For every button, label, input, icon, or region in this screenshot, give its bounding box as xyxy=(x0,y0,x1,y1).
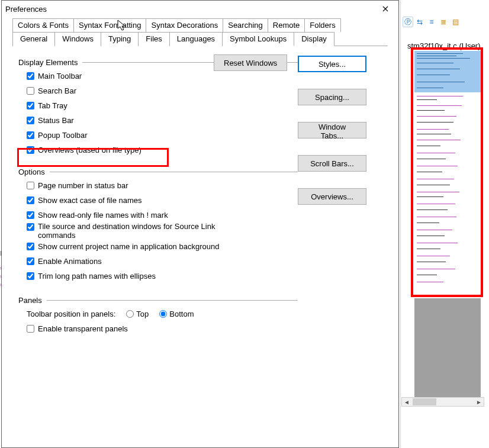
close-button[interactable] xyxy=(375,2,396,16)
tabs-container: Colors & Fonts Syntax Formatting Syntax … xyxy=(2,17,398,46)
tab-windows[interactable]: Windows xyxy=(54,32,101,46)
spacing-button[interactable]: Spacing... xyxy=(298,89,366,105)
tab-folders[interactable]: Folders xyxy=(304,18,340,32)
checkbox-status-bar[interactable]: Status Bar xyxy=(27,116,298,125)
tab-colors-fonts[interactable]: Colors & Fonts xyxy=(12,18,74,32)
minimap-viewport-highlight xyxy=(414,51,481,92)
tab-general[interactable]: General xyxy=(12,32,55,46)
toolbar-icon-strip: Ⓟ ⇆ ≡ ≣ ▤ xyxy=(403,17,461,27)
display-panel: Reset Windows Display Elements Main Tool… xyxy=(2,46,398,447)
tab-row-1: Colors & Fonts Syntax Formatting Syntax … xyxy=(12,18,388,32)
toolbar-position-label: Toolbar position in panels: xyxy=(27,310,115,318)
radio-top[interactable]: Top xyxy=(126,310,149,318)
window-tabs-button[interactable]: Window Tabs... xyxy=(298,122,366,138)
checkbox-popup-toolbar[interactable]: Popup Toolbar xyxy=(27,131,298,140)
tab-remote[interactable]: Remote xyxy=(268,18,305,32)
dialog-title: Preferences xyxy=(5,5,47,14)
checkbox-project-name-bg[interactable]: Show current project name in application… xyxy=(27,242,298,251)
reset-windows-button[interactable]: Reset Windows xyxy=(214,54,287,71)
tab-languages[interactable]: Languages xyxy=(169,32,223,46)
checkbox-tile-windows[interactable]: Tile source and destination windows for … xyxy=(27,222,298,240)
checkbox-trim-paths[interactable]: Trim long path names with ellipses xyxy=(27,272,298,281)
tab-row-2: General Windows Typing Files Languages S… xyxy=(12,32,388,46)
checkbox-exact-case[interactable]: Show exact case of file names xyxy=(27,196,298,205)
toolbar-position-row: Toolbar position in panels: Top Bottom xyxy=(27,310,298,318)
tab-display[interactable]: Display xyxy=(294,32,334,46)
right-button-column: Styles... Spacing... Window Tabs... Scro… xyxy=(298,54,387,339)
scroll-thumb[interactable] xyxy=(413,398,436,405)
tab-files[interactable]: Files xyxy=(138,32,169,46)
overview-minimap[interactable] xyxy=(414,51,481,402)
scroll-right-icon[interactable]: ► xyxy=(474,399,484,405)
tab-symbol-lookups[interactable]: Symbol Lookups xyxy=(222,32,294,46)
scroll-bars-button[interactable]: Scroll Bars... xyxy=(298,155,366,172)
options-header: Options xyxy=(18,167,298,176)
tab-syntax-decorations[interactable]: Syntax Decorations xyxy=(146,18,223,32)
scroll-left-icon[interactable]: ◄ xyxy=(402,399,411,405)
checkbox-readonly-mark[interactable]: Show read-only file names with ! mark xyxy=(27,211,298,220)
styles-button[interactable]: Styles... xyxy=(298,56,366,72)
preferences-dialog: Preferences Colors & Fonts Syntax Format… xyxy=(1,0,399,448)
indent-right-icon[interactable]: ≣ xyxy=(438,17,449,27)
checkbox-main-toolbar[interactable]: Main Toolbar xyxy=(27,72,298,80)
tab-searching[interactable]: Searching xyxy=(223,18,268,32)
close-icon xyxy=(382,6,388,12)
toggle-icon[interactable]: ▤ xyxy=(450,17,461,27)
checkbox-enable-animations[interactable]: Enable Animations xyxy=(27,257,298,266)
checkbox-tab-tray[interactable]: Tab Tray xyxy=(27,101,298,110)
overviews-button[interactable]: Overviews... xyxy=(298,188,366,205)
checkbox-page-number[interactable]: Page number in status bar xyxy=(27,181,298,190)
radio-bottom[interactable]: Bottom xyxy=(159,310,194,318)
tab-typing[interactable]: Typing xyxy=(101,32,139,46)
tab-syntax-formatting[interactable]: Syntax Formatting xyxy=(73,18,147,32)
checkbox-transparent-panels[interactable]: Enable transparent panels xyxy=(27,324,298,333)
editor-tab-label[interactable]: stm32f10x_it.c (User) xyxy=(407,41,481,50)
minimap-document xyxy=(414,51,481,298)
panels-header: Panels xyxy=(18,296,298,305)
indent-left-icon[interactable]: ≡ xyxy=(426,17,437,27)
title-bar: Preferences xyxy=(2,1,398,17)
checkbox-overviews[interactable]: Overviews (based on file type) xyxy=(27,146,298,154)
p-circle-icon[interactable]: Ⓟ xyxy=(403,17,413,27)
horizontal-scrollbar[interactable]: ◄ ► xyxy=(401,397,484,407)
align-icon[interactable]: ⇆ xyxy=(414,17,425,27)
checkbox-search-bar[interactable]: Search Bar xyxy=(27,86,298,95)
